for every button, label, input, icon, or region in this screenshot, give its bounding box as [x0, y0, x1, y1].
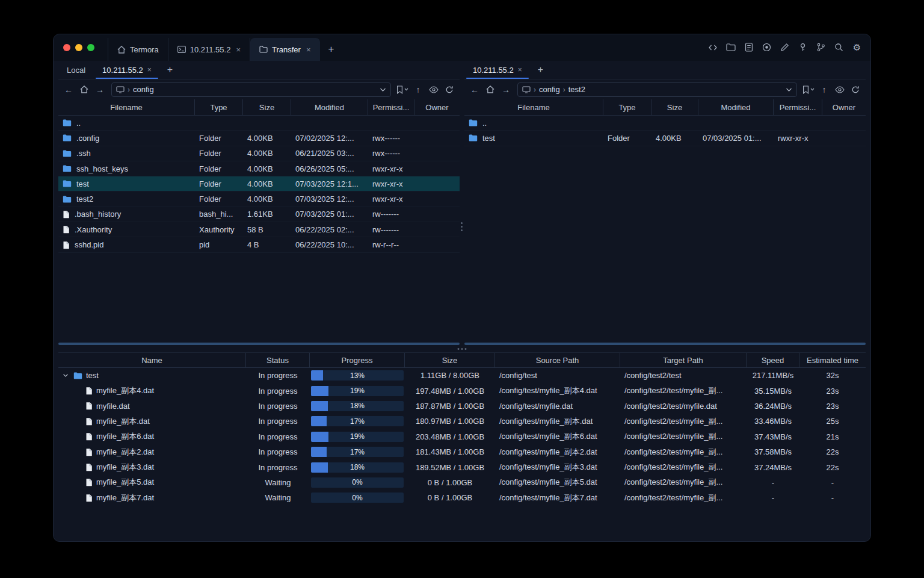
breadcrumb-segment[interactable]: config — [539, 85, 560, 94]
upload-button[interactable]: ↑ — [818, 83, 831, 96]
folder-icon[interactable] — [725, 42, 736, 52]
column-header-size[interactable]: Size — [243, 99, 291, 115]
tab-termora[interactable]: Termora — [108, 38, 168, 61]
back-button[interactable]: ← — [62, 83, 75, 96]
column-header-filename[interactable]: Filename — [464, 99, 603, 115]
search-icon[interactable] — [834, 42, 844, 52]
path-bar[interactable]: › config — [111, 82, 391, 97]
file-row[interactable]: .configFolder4.00KB07/02/2025 12:...rwx-… — [58, 131, 460, 146]
column-header-source-path[interactable]: Source Path — [495, 353, 620, 367]
column-header-modified[interactable]: Modified — [291, 99, 368, 115]
transfer-row[interactable]: myfile_副本2.datIn progress17%181.43MB / 1… — [58, 444, 866, 459]
column-header-type[interactable]: Type — [195, 99, 243, 115]
chevron-down-icon[interactable] — [786, 87, 792, 92]
column-header-target-path[interactable]: Target Path — [620, 353, 747, 367]
transfer-row[interactable]: myfile.datIn progress18%187.87MB / 1.00G… — [58, 399, 866, 414]
close-icon[interactable]: × — [147, 66, 152, 74]
home-button[interactable] — [484, 83, 497, 96]
owner-cell — [822, 116, 866, 130]
column-header-size[interactable]: Size — [651, 99, 698, 115]
column-header-modified[interactable]: Modified — [698, 99, 774, 115]
panel-tab-10-211-55-2[interactable]: 10.211.55.2 × — [94, 61, 160, 79]
tab-10-211-55-2[interactable]: 10.211.55.2 × — [168, 38, 250, 61]
breadcrumb-segment[interactable]: config — [133, 85, 154, 94]
file-row[interactable]: .. — [464, 116, 866, 131]
tab-transfer[interactable]: Transfer × — [250, 38, 320, 61]
chevron-down-icon[interactable] — [61, 373, 70, 378]
column-header-permissi[interactable]: Permissi... — [368, 99, 414, 115]
close-icon[interactable]: × — [306, 45, 311, 54]
close-button[interactable] — [63, 44, 70, 51]
transfer-row[interactable]: myfile_副本4.datIn progress19%197.48MB / 1… — [58, 383, 866, 398]
file-row[interactable]: test2Folder4.00KB07/03/2025 12:...rwxr-x… — [58, 191, 460, 207]
file-row[interactable]: .XauthorityXauthority58 B06/22/2025 02:.… — [58, 222, 460, 237]
panel-splitter[interactable] — [460, 61, 464, 346]
zoom-button[interactable] — [87, 44, 94, 51]
transfer-row[interactable]: myfile_副本5.datWaiting0%0 B / 1.00GB/conf… — [58, 475, 866, 490]
bookmark-button[interactable] — [396, 83, 409, 96]
show-hidden-button[interactable] — [833, 83, 846, 96]
file-row[interactable]: .. — [58, 116, 460, 131]
column-header-status[interactable]: Status — [246, 353, 310, 367]
code-icon[interactable] — [707, 42, 718, 52]
minimize-button[interactable] — [75, 44, 82, 51]
close-icon[interactable]: × — [236, 45, 241, 54]
settings-icon[interactable]: ⚙ — [852, 42, 862, 52]
log-icon[interactable] — [744, 42, 754, 52]
file-row[interactable]: .sshFolder4.00KB06/21/2025 03:...rwx----… — [58, 146, 460, 161]
column-header-speed[interactable]: Speed — [747, 353, 799, 367]
transfer-row[interactable]: myfile_副本7.datWaiting0%0 B / 1.00GB/conf… — [58, 490, 866, 505]
column-header-type[interactable]: Type — [603, 99, 651, 115]
size-cell: 4.00KB — [243, 161, 291, 176]
new-tab-button[interactable]: + — [160, 61, 180, 79]
chevron-down-icon[interactable] — [380, 87, 386, 92]
status-cell: In progress — [246, 368, 310, 383]
transfer-row[interactable]: testIn progress13%1.11GB / 8.00GB/config… — [58, 368, 866, 383]
horizontal-scrollbar[interactable] — [464, 343, 866, 345]
upload-button[interactable]: ↑ — [411, 83, 425, 96]
transfer-row[interactable]: myfile_副本.datIn progress17%180.97MB / 1.… — [58, 414, 866, 429]
panel-tab-10-211-55-2[interactable]: 10.211.55.2 × — [464, 61, 531, 79]
breadcrumb-segment[interactable]: test2 — [568, 85, 585, 94]
refresh-button[interactable] — [849, 83, 862, 96]
path-bar[interactable]: › config › test2 — [517, 82, 797, 97]
transfer-splitter[interactable] — [54, 346, 870, 352]
record-icon[interactable] — [762, 42, 772, 52]
column-header-filename[interactable]: Filename — [58, 99, 195, 115]
close-icon[interactable]: × — [518, 66, 522, 74]
transfer-row[interactable]: myfile_副本3.datIn progress18%189.52MB / 1… — [58, 459, 866, 474]
bookmark-button[interactable] — [802, 83, 815, 96]
edit-icon[interactable] — [780, 42, 790, 52]
back-button[interactable]: ← — [468, 83, 481, 96]
titlebar: Termora 10.211.55.2 × Transfer × + — [54, 34, 870, 61]
progress-bar: 18% — [311, 401, 404, 411]
column-header-owner[interactable]: Owner — [414, 99, 460, 115]
file-row[interactable]: sshd.pidpid4 B06/22/2025 10:...rw-r--r-- — [58, 237, 460, 252]
file-row[interactable]: testFolder4.00KB07/03/2025 01:...rwxr-xr… — [464, 131, 866, 146]
key-icon[interactable] — [798, 42, 808, 52]
home-button[interactable] — [78, 83, 91, 96]
file-icon — [85, 402, 93, 410]
column-header-progress[interactable]: Progress — [310, 353, 405, 367]
horizontal-scrollbar[interactable] — [58, 343, 460, 345]
column-header-owner[interactable]: Owner — [822, 99, 866, 115]
transfer-row[interactable]: myfile_副本6.datIn progress19%203.48MB / 1… — [58, 429, 866, 444]
forward-button[interactable]: → — [93, 83, 106, 96]
file-row[interactable]: ssh_host_keysFolder4.00KB06/26/2025 05:.… — [58, 161, 460, 176]
column-header-name[interactable]: Name — [58, 353, 246, 367]
refresh-button[interactable] — [443, 83, 456, 96]
eta-cell: 32s — [799, 368, 866, 383]
panel-tab-local[interactable]: Local — [58, 61, 94, 79]
new-tab-button[interactable]: + — [531, 61, 550, 79]
column-header-permissi[interactable]: Permissi... — [774, 99, 822, 115]
branch-icon[interactable] — [816, 42, 826, 52]
forward-button[interactable]: → — [499, 83, 513, 96]
file-row[interactable]: testFolder4.00KB07/03/2025 12:1...rwxr-x… — [58, 176, 460, 191]
column-header-estimated-time[interactable]: Estimated time — [799, 353, 866, 367]
filename-label: .ssh — [76, 149, 91, 158]
file-row[interactable]: .bash_historybash_hi...1.61KB07/03/2025 … — [58, 207, 460, 222]
transfer-name-cell: test — [58, 368, 246, 383]
column-header-size[interactable]: Size — [405, 353, 495, 367]
new-tab-button[interactable]: + — [320, 38, 343, 61]
show-hidden-button[interactable] — [427, 83, 440, 96]
